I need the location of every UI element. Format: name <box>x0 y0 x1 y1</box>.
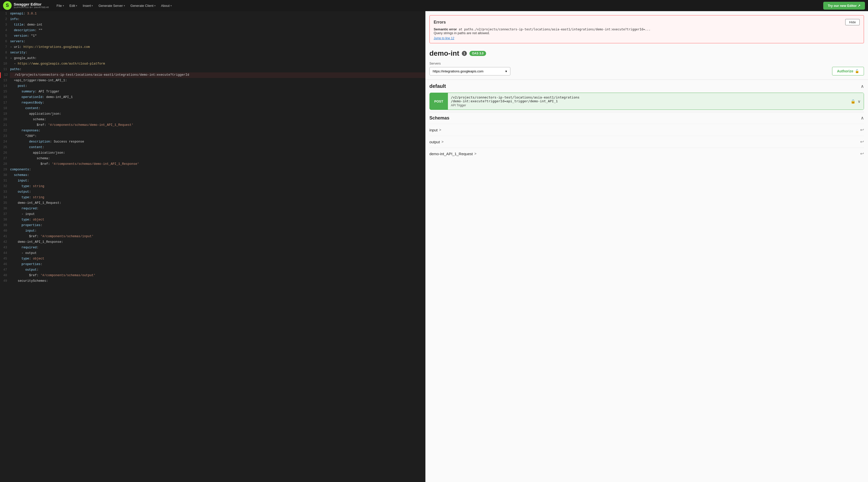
editor-line: 6servers: <box>0 39 425 45</box>
servers-section: Servers https://integrations.googleapis.… <box>425 59 868 80</box>
logo-area: S Swagger Editor SUPPORTED BY SMARTBEAR <box>3 1 49 10</box>
editor-line: 7- url: https://integrations.googleapis.… <box>0 45 425 50</box>
servers-label: Servers <box>429 61 864 65</box>
editor-line: 18 content: <box>0 106 425 111</box>
editor-line: 10 - https://www.googleapis.com/auth/clo… <box>0 61 425 67</box>
endpoint-url: /v2/projects/connectors-ip-test/location… <box>451 95 844 103</box>
schemas-chevron-icon[interactable]: ∧ <box>861 115 864 121</box>
schema-item[interactable]: input >↩ <box>429 124 864 136</box>
logo-text: Swagger Editor SUPPORTED BY SMARTBEAR <box>14 2 49 9</box>
nav-about[interactable]: About ▾ <box>159 2 174 9</box>
server-select[interactable]: https://integrations.googleapis.com ▾ <box>429 67 510 76</box>
endpoint-url-line1: /v2/projects/connectors-ip-test/location… <box>451 95 580 99</box>
line-content: - output <box>9 251 425 256</box>
editor-line: 15 summary: API Trigger <box>0 89 425 95</box>
line-number: 35 <box>0 200 9 206</box>
line-content: input: <box>9 178 425 184</box>
nav-generate-client[interactable]: Generate Client ▾ <box>128 2 158 9</box>
line-number: 41 <box>0 234 9 239</box>
editor-line: 43 required: <box>0 245 425 251</box>
line-number: 33 <box>0 189 9 195</box>
schemas-header[interactable]: Schemas ∧ <box>429 112 864 124</box>
topnav: S Swagger Editor SUPPORTED BY SMARTBEAR … <box>0 0 868 11</box>
editor-line: 8security: <box>0 50 425 56</box>
line-number: 32 <box>0 184 9 189</box>
line-content: securitySchemes: <box>9 279 425 284</box>
api-header: demo-int 1 OAS 3.0 <box>425 46 868 59</box>
editor-line: 27 schema: <box>0 156 425 162</box>
line-number: 26 <box>0 150 9 156</box>
line-content: description: Success response <box>9 139 425 145</box>
try-editor-button[interactable]: Try our new Editor ↗ <box>823 2 865 10</box>
editor-line: 44 - output <box>0 251 425 256</box>
nav-edit[interactable]: Edit ▾ <box>67 2 80 9</box>
editor-line: 23 "200": <box>0 134 425 139</box>
gen-server-arrow-icon: ▾ <box>124 4 125 7</box>
schema-copy-icon[interactable]: ↩ <box>860 151 864 157</box>
line-content: content: <box>9 106 425 111</box>
line-number: 25 <box>0 145 9 150</box>
schema-label: output <box>429 140 440 144</box>
editor-line: 36 required: <box>0 206 425 211</box>
error-path: at paths./v2/projects/connectors-ip-test… <box>457 28 650 31</box>
line-content: paths: <box>9 67 425 73</box>
error-box: Errors Hide Semantic error at paths./v2/… <box>429 15 864 43</box>
schema-copy-icon[interactable]: ↩ <box>860 127 864 133</box>
editor-line: 46 properties: <box>0 262 425 267</box>
line-content: requestBody: <box>9 100 425 106</box>
editor-line: 28 $ref: '#/components/schemas/demo-int_… <box>0 162 425 167</box>
line-content: properties: <box>9 262 425 267</box>
editor-pane[interactable]: 1openapi: 3.0.12info:3 title: demo-int4 … <box>0 11 425 482</box>
editor-line: 47 output: <box>0 267 425 273</box>
schema-item[interactable]: demo-int_API_1_Request >↩ <box>429 148 864 160</box>
line-content: description: "" <box>9 28 425 33</box>
main-layout: 1openapi: 3.0.12info:3 title: demo-int4 … <box>0 11 868 482</box>
line-content: - google_auth: <box>9 56 425 61</box>
line-content: output: <box>9 267 425 273</box>
line-content: type: object <box>9 217 425 223</box>
line-number: 8 <box>0 50 9 56</box>
method-badge: POST <box>430 93 448 110</box>
line-number: 3 <box>0 22 9 28</box>
line-number: 39 <box>0 223 9 228</box>
api-info-badge[interactable]: 1 <box>462 51 467 56</box>
editor-line: 16 operationId: demo-int_API_1 <box>0 95 425 100</box>
nav-generate-server[interactable]: Generate Server ▾ <box>96 2 127 9</box>
hide-button[interactable]: Hide <box>845 19 860 25</box>
editor-line: 45 type: object <box>0 256 425 262</box>
editor-line: 25 content: <box>0 145 425 150</box>
editor-line: 34 type: string <box>0 195 425 200</box>
oas-badge: OAS 3.0 <box>469 51 486 56</box>
editor-line: 21 $ref: '#/components/schemas/demo-int_… <box>0 122 425 128</box>
error-detail: Query strings in paths are not allowed. <box>434 31 490 35</box>
line-content: - input <box>9 211 425 217</box>
editor-line: 39 properties: <box>0 223 425 228</box>
nav-file[interactable]: File ▾ <box>54 2 66 9</box>
authorize-button[interactable]: Authorize 🔓 <box>832 67 864 76</box>
schema-item[interactable]: output >↩ <box>429 136 864 148</box>
default-section-header[interactable]: default ∧ <box>425 80 868 93</box>
lock-icon: 🔓 <box>855 69 859 73</box>
logo-sub-label: SUPPORTED BY SMARTBEAR <box>14 6 49 9</box>
line-number: 44 <box>0 251 9 256</box>
nav-menu: File ▾ Edit ▾ Insert ▾ Generate Server ▾… <box>54 2 823 9</box>
line-number: 23 <box>0 134 9 139</box>
edit-arrow-icon: ▾ <box>76 4 77 7</box>
server-selected-value: https://integrations.googleapis.com <box>433 69 484 73</box>
line-content: operationId: demo-int_API_1 <box>9 95 425 100</box>
error-jump-link[interactable]: Jump to line 12 <box>434 36 454 40</box>
nav-insert[interactable]: Insert ▾ <box>80 2 96 9</box>
line-content: title: demo-int <box>9 22 425 28</box>
line-number: 43 <box>0 245 9 251</box>
line-content: openapi: 3.0.1 <box>9 11 425 17</box>
endpoint-lock-icon[interactable]: 🔒 <box>850 99 856 104</box>
schema-items-container: input >↩output >↩demo-int_API_1_Request … <box>429 124 864 160</box>
editor-line: 9- google_auth: <box>0 56 425 61</box>
preview-pane: Errors Hide Semantic error at paths./v2/… <box>425 11 868 482</box>
editor-line: 40 input: <box>0 228 425 234</box>
schema-expand-icon: > <box>439 128 441 132</box>
svg-text:S: S <box>6 3 9 8</box>
endpoint-expand-icon[interactable]: ∨ <box>858 99 861 104</box>
schema-copy-icon[interactable]: ↩ <box>860 139 864 145</box>
default-section-chevron-icon[interactable]: ∧ <box>861 84 864 89</box>
